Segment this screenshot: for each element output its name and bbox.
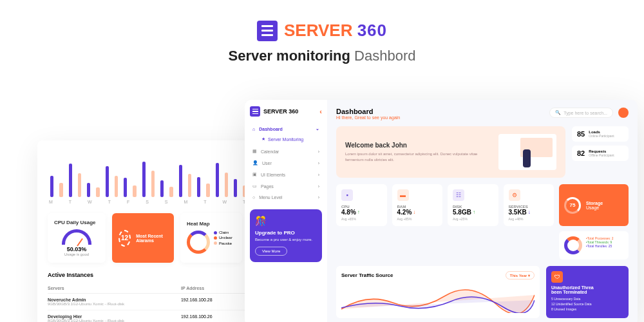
cpu-daily-title: CPU Daily Usage bbox=[54, 220, 99, 225]
nav-icon: ▦ bbox=[252, 149, 257, 154]
metric-disk: ☷DISK5.8GB↑Avg +25% bbox=[448, 184, 498, 226]
process-donut-icon bbox=[564, 236, 582, 254]
traffic-chart bbox=[341, 283, 535, 313]
logo-text-1: SERVER bbox=[284, 21, 352, 40]
threat-title: Unauthorized Threabeen Terminated bbox=[551, 285, 623, 294]
traffic-title: Server Traffic Source bbox=[341, 272, 393, 278]
metric-cpu: ▪CPU4.8%↑Avg +65% bbox=[336, 184, 387, 226]
metric-services: ⚙SERVICES3.5KB↓Avg +48% bbox=[504, 184, 554, 226]
heat-legend: ClaimUnclearPauske bbox=[214, 230, 232, 246]
nav-item-dashboard[interactable]: ⌂Dashboard⌄ bbox=[250, 123, 322, 135]
storage-label: Storage bbox=[586, 201, 603, 205]
stat-loads: 85LoadsOnline Participant bbox=[572, 126, 629, 142]
logo-text-2: 360 bbox=[357, 21, 387, 40]
metric-icon: ⚙ bbox=[509, 189, 520, 201]
storage-card: 75 Storage Usage bbox=[559, 184, 629, 226]
logo-icon bbox=[257, 21, 278, 41]
promo-sub: Become a pro user & enjoy more. bbox=[255, 238, 317, 242]
storage-ring: 75 bbox=[564, 197, 581, 214]
nav-icon: 👤 bbox=[252, 160, 258, 166]
promo-icon: 🎊 bbox=[255, 216, 317, 226]
process-card: •Total Processes: 2•Total Threands: 9•To… bbox=[559, 231, 629, 260]
heat-map-card: Heat Map ClaimUnclearPauske bbox=[180, 213, 242, 263]
nav-item-calendar[interactable]: ▦Calendar› bbox=[250, 146, 322, 157]
threat-card: 🛡 Unauthorized Threabeen Terminated 5 Un… bbox=[546, 266, 629, 318]
page-title: Dashboard bbox=[336, 108, 400, 115]
welcome-illustration bbox=[498, 134, 556, 170]
nav-sub-item[interactable]: Server Monitoring bbox=[250, 135, 322, 146]
stat-requests: 82RequestsOffline Participant bbox=[572, 146, 629, 161]
collapse-icon[interactable]: ‹ bbox=[319, 108, 322, 115]
cpu-value: 50.03% bbox=[54, 246, 99, 252]
screenshot-front: SERVER 360 ‹ ⌂Dashboard⌄Server Monitorin… bbox=[245, 100, 638, 322]
upgrade-promo: 🎊 Upgrade to PRO Become a pro user & enj… bbox=[250, 209, 322, 262]
shield-icon: 🛡 bbox=[551, 271, 563, 283]
nav-item-pages[interactable]: ▭Pages› bbox=[250, 180, 322, 192]
donut-icon bbox=[187, 231, 210, 254]
nav-item-user[interactable]: 👤User› bbox=[250, 157, 322, 169]
metric-ram: ▬RAM4.2%↓Avg +85% bbox=[392, 184, 443, 226]
logo-icon bbox=[250, 106, 260, 117]
alarm-card[interactable]: 12 Most Recent Alarams bbox=[112, 213, 174, 263]
nav-icon: ⌂ bbox=[252, 127, 255, 131]
gauge-icon bbox=[62, 229, 91, 245]
nav-icon: ○ bbox=[252, 195, 255, 200]
alarm-count: 12 bbox=[118, 230, 131, 247]
storage-sub: Usage bbox=[586, 205, 603, 210]
search-input[interactable]: 🔍 Type here to search... bbox=[549, 108, 613, 118]
sidebar-logo[interactable]: SERVER 360 ‹ bbox=[250, 106, 322, 117]
nav-item-menu-level[interactable]: ○Menu Level› bbox=[250, 192, 322, 203]
view-more-button[interactable]: View More bbox=[255, 247, 287, 256]
hero: SERVER 360 Server monitoring Dashbord bbox=[0, 0, 644, 64]
heat-title: Heat Map bbox=[187, 221, 210, 227]
logo: SERVER 360 bbox=[257, 21, 387, 41]
main-content: Dashboard Hi there, Great to see you aga… bbox=[327, 100, 638, 322]
nav-item-ui-elements[interactable]: ▣UI Elements› bbox=[250, 169, 322, 180]
promo-title: Upgrade to PRO bbox=[255, 230, 317, 236]
year-select[interactable]: This Year ▾ bbox=[506, 271, 535, 279]
metric-icon: ☷ bbox=[453, 189, 464, 201]
welcome-text: Lorem ipsum dolor sit amet, consectetur … bbox=[345, 151, 492, 162]
traffic-card: Server Traffic Source This Year ▾ bbox=[336, 266, 540, 318]
nav-icon: ▣ bbox=[252, 172, 257, 177]
welcome-title: Welcome back John bbox=[345, 142, 492, 149]
avatar[interactable] bbox=[618, 108, 629, 118]
cpu-sub: Usage is good bbox=[54, 252, 99, 256]
metric-icon: ▬ bbox=[397, 189, 409, 201]
greeting: Hi there, Great to see you again bbox=[336, 115, 400, 120]
search-icon: 🔍 bbox=[555, 110, 561, 115]
cpu-daily-card: CPU Daily Usage 50.03% Usage is good bbox=[48, 213, 106, 263]
tagline: Server monitoring Dashbord bbox=[0, 48, 644, 64]
alarm-label: Most Recent Alarams bbox=[136, 234, 167, 243]
metric-icon: ▪ bbox=[341, 189, 353, 201]
welcome-banner: Welcome back John Lorem ipsum dolor sit … bbox=[336, 126, 565, 178]
nav-icon: ▭ bbox=[252, 184, 257, 189]
sidebar: SERVER 360 ‹ ⌂Dashboard⌄Server Monitorin… bbox=[245, 100, 327, 322]
